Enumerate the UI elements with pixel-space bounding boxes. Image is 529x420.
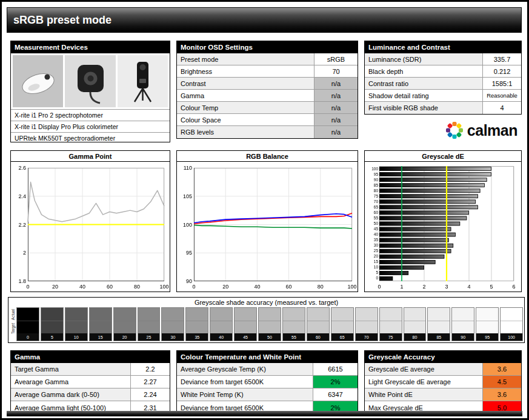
footer-bar <box>7 411 522 416</box>
row-value: n/a <box>314 102 358 113</box>
colour-temp-table: Average Greyscale Temp (K)6615Deviance f… <box>177 363 358 414</box>
target-swatch <box>331 321 353 334</box>
swatch-column: 85 <box>427 307 450 341</box>
swatch-column: 70 <box>355 307 378 341</box>
swatch-label: 0 <box>17 333 39 341</box>
row-value: 2.2 <box>130 363 170 375</box>
swatch-column: 30 <box>161 307 184 341</box>
target-swatch <box>476 321 498 334</box>
swatch-column: 100 <box>500 307 523 341</box>
swatch-label: 50 <box>259 333 281 341</box>
row-label: Contrast <box>177 78 314 89</box>
swatch-label: 20 <box>114 333 136 341</box>
row-label: Contrast ratio <box>365 78 482 89</box>
target-swatch <box>90 321 111 334</box>
swatch-column: 20 <box>113 307 136 341</box>
target-swatch <box>17 321 39 334</box>
row-value: 3.6 <box>482 363 521 375</box>
swatch-label: 60 <box>307 333 329 341</box>
actual-swatch <box>210 308 232 321</box>
calman-logo-icon <box>445 121 464 140</box>
device-images <box>11 53 170 109</box>
swatch-column: 60 <box>307 307 330 341</box>
luminance-contrast-panel: Luminance and Contrast Luminance (SDR)33… <box>364 41 522 115</box>
swatch-label: 55 <box>283 333 305 341</box>
table-row: Average Gamma dark (0-50)2.24 <box>11 388 170 401</box>
target-swatch <box>235 321 256 334</box>
swatch-column: 65 <box>331 307 354 341</box>
row-label: White Point dE <box>365 388 482 401</box>
table-row: Target Gamma2.2 <box>11 363 170 376</box>
swatch-column: 80 <box>404 307 427 341</box>
row-label: Luminance (SDR) <box>365 53 482 65</box>
colorimeter-image <box>65 55 115 107</box>
greyscale-de-chart <box>365 162 521 292</box>
row-value: 2.24 <box>130 388 170 401</box>
table-row: Deviance from target 6500K2% <box>177 376 358 388</box>
actual-swatch <box>452 308 474 321</box>
row-value: 6615 <box>313 363 358 375</box>
target-swatch <box>114 321 136 334</box>
row-label: Brightness <box>177 65 314 77</box>
greyscale-accuracy-table: Greyscale dE average3.6Light Greyscale d… <box>365 363 521 414</box>
actual-swatch <box>259 308 281 321</box>
swatch-label: 70 <box>356 333 378 341</box>
gamma-summary-table: Target Gamma2.2Avearage Gamma2.27Average… <box>11 363 170 414</box>
row-value: 2% <box>313 376 358 388</box>
swatch-column: 35 <box>185 307 208 341</box>
swatch-column: 15 <box>89 307 112 341</box>
target-swatch <box>356 321 378 334</box>
device-caption: UPRtek MK550T spectroradiometer <box>11 132 170 144</box>
table-row: Average Greyscale Temp (K)6615 <box>177 363 358 376</box>
row-value: 70 <box>314 65 358 77</box>
gamma-summary-panel: Gamma Target Gamma2.2Avearage Gamma2.27A… <box>10 350 170 415</box>
actual-swatch <box>114 308 136 321</box>
swatch-column: 25 <box>138 307 161 341</box>
actual-swatch <box>307 308 329 321</box>
table-row: Colour Tempn/a <box>177 102 358 114</box>
greyscale-de-panel: Greyscale dE <box>364 150 522 292</box>
rgb-balance-panel: RGB Balance <box>176 150 358 292</box>
actual-swatch <box>283 308 305 321</box>
panel-header: Colour Temperature and White Point <box>177 351 358 363</box>
row-value: 3.6 <box>482 388 521 401</box>
row-value: n/a <box>314 78 358 89</box>
target-swatch <box>428 321 450 334</box>
swatch-label: 40 <box>210 333 232 341</box>
swatch-label: 65 <box>331 333 353 341</box>
swatch-label: 35 <box>186 333 208 341</box>
swatch-label: 90 <box>452 333 474 341</box>
swatch-label: 15 <box>90 333 111 341</box>
swatch-label: 5 <box>41 333 63 341</box>
swatch-label: 75 <box>380 333 402 341</box>
table-row: Colour Spacen/a <box>177 114 358 126</box>
swatch-column: 5 <box>41 307 64 341</box>
panel-header: Greyscale Accuracy <box>365 351 521 363</box>
greyscale-accuracy-panel: Greyscale Accuracy Greyscale dE average3… <box>364 350 522 415</box>
row-label: RGB levels <box>177 126 314 138</box>
actual-swatch <box>356 308 378 321</box>
strip-body: Actual Target 05101520253035404550556065… <box>8 307 524 342</box>
row-label: Gamma <box>177 90 314 101</box>
swatch-column: 55 <box>282 307 305 341</box>
row-label: First visible RGB shade <box>365 102 482 114</box>
table-row: Avearage Gamma2.27 <box>11 376 170 388</box>
row-label: Deviance from target 6500K <box>177 376 313 388</box>
row-label: Target Gamma <box>11 363 130 375</box>
device-caption: X-rite i1 Display Pro Plus colorimeter <box>11 121 170 132</box>
row-label: Average Gamma dark (0-50) <box>11 388 130 401</box>
target-swatch <box>501 321 522 334</box>
table-row: Greyscale dE average3.6 <box>365 363 521 376</box>
swatch-label: 25 <box>138 333 160 341</box>
actual-swatch <box>380 308 402 321</box>
strip-row-labels: Actual Target <box>8 307 16 342</box>
row-value: n/a <box>314 90 358 101</box>
actual-swatch <box>235 308 256 321</box>
chart-title: Gamma Point <box>11 151 170 162</box>
chart-title: Greyscale dE <box>365 151 521 162</box>
swatch-column: 45 <box>234 307 257 341</box>
calman-logo: calman <box>445 121 517 140</box>
spectrophotometer-image <box>13 55 63 107</box>
target-swatch <box>186 321 208 334</box>
monitor-osd-panel: Monitor OSD Settings Preset modesRGBBrig… <box>176 41 358 139</box>
